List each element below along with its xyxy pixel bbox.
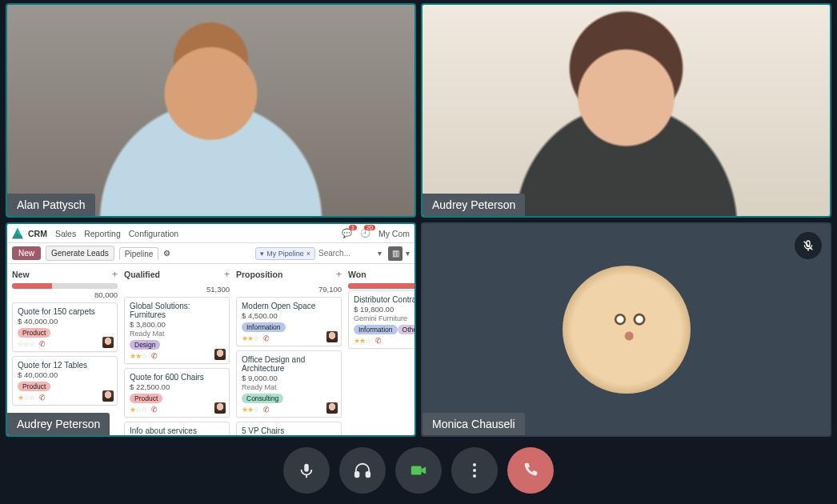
card-title: Info about services	[130, 426, 224, 435]
card-tag: Product	[18, 382, 50, 391]
column-title: New	[12, 270, 30, 279]
svg-rect-5	[355, 472, 359, 477]
card-tag: Other	[398, 325, 414, 334]
gear-icon[interactable]: ⚙	[163, 249, 170, 258]
filter-icon: ▾	[260, 250, 264, 258]
card-owner-avatar	[214, 402, 226, 414]
kanban-column: Won+Distributor Contract$ 19,800.00Gemin…	[348, 269, 414, 430]
card-title: Quote for 12 Tables	[18, 361, 112, 370]
messages-icon[interactable]: 💬1	[342, 228, 352, 238]
more-options-button[interactable]	[451, 447, 498, 494]
card-tag: Product	[130, 394, 162, 403]
camera-button[interactable]	[395, 447, 442, 494]
kanban-card[interactable]: Office Design and Architecture$ 9,000.00…	[236, 350, 342, 418]
card-title: Modern Open Space	[242, 302, 336, 310]
card-title: Office Design and Architecture	[242, 355, 336, 373]
card-priority-stars[interactable]: ★★☆	[354, 337, 370, 345]
card-owner-avatar	[214, 349, 226, 360]
participant-tile-audrey-camera[interactable]: Audrey Peterson	[421, 3, 831, 218]
card-priority-stars[interactable]: ★☆☆	[130, 406, 146, 414]
crm-toolbar: New Generate Leads Pipeline ⚙ ▾ My Pipel…	[7, 243, 414, 264]
crm-brand: CRM	[28, 229, 47, 238]
hangup-button[interactable]	[507, 447, 554, 494]
menu-sales[interactable]: Sales	[55, 229, 76, 238]
kanban-card[interactable]: 5 VP Chairs$ 5,600.00Azure InteriorServi…	[236, 422, 342, 435]
kanban-view-button[interactable]: ▥	[388, 246, 402, 261]
card-priority-stars[interactable]: ★★☆	[242, 406, 258, 414]
kanban-card[interactable]: Quote for 150 carpets$ 40,000.00Product☆…	[12, 302, 118, 352]
mute-button[interactable]	[283, 447, 330, 494]
column-total: 79,100	[236, 285, 342, 294]
svg-rect-3	[304, 464, 309, 472]
card-priority-stars[interactable]: ☆☆☆	[18, 340, 34, 348]
card-subtitle: Ready Mat	[242, 383, 336, 391]
card-owner-avatar	[102, 390, 114, 402]
shared-screen-crm: CRM Sales Reporting Configuration 💬1 🕘20…	[7, 224, 414, 435]
filter-chip[interactable]: ▾ My Pipeline ×	[255, 247, 315, 260]
kanban-column: Proposition+79,100Modern Open Space$ 4,5…	[236, 269, 342, 430]
new-button[interactable]: New	[12, 246, 41, 260]
add-card-button[interactable]: +	[112, 269, 118, 280]
kanban-card[interactable]: Quote for 600 Chairs$ 22,500.00Product★☆…	[124, 368, 230, 418]
search-input[interactable]	[318, 249, 374, 258]
card-amount: $ 4,500.00	[242, 311, 336, 320]
kanban-board: New+80,000Quote for 150 carpets$ 40,000.…	[7, 264, 414, 435]
card-subtitle: Ready Mat	[130, 330, 224, 338]
menu-reporting[interactable]: Reporting	[84, 229, 121, 238]
card-amount: $ 40,000.00	[18, 317, 112, 326]
card-title: Quote for 600 Chairs	[130, 373, 224, 382]
card-tag: Design	[130, 340, 160, 350]
add-card-button[interactable]: +	[336, 269, 342, 280]
add-card-button[interactable]: +	[224, 269, 230, 280]
crm-topbar: CRM Sales Reporting Configuration 💬1 🕘20…	[7, 224, 414, 243]
generate-leads-button[interactable]: Generate Leads	[46, 246, 114, 261]
card-subtitle: Gemini Furniture	[354, 314, 414, 322]
card-title: 5 VP Chairs	[242, 426, 336, 435]
card-owner-avatar	[326, 402, 338, 414]
card-title: Quote for 150 carpets	[18, 307, 112, 316]
participant-tile-screenshare[interactable]: CRM Sales Reporting Configuration 💬1 🕘20…	[6, 222, 416, 437]
breadcrumb[interactable]: Pipeline	[119, 247, 159, 260]
participant-name: Audrey Peterson	[423, 194, 525, 216]
chip-remove-icon[interactable]: ×	[306, 250, 310, 258]
column-title: Qualified	[124, 270, 160, 279]
svg-rect-6	[366, 472, 370, 477]
card-owner-avatar	[102, 337, 114, 348]
card-tag: Product	[18, 328, 50, 338]
menu-configuration[interactable]: Configuration	[129, 229, 178, 238]
participant-tile-alan[interactable]: Alan Pattysch	[6, 3, 416, 218]
kanban-card[interactable]: Global Solutions: Furnitures$ 3,800.00Re…	[124, 297, 230, 364]
column-progress	[348, 283, 414, 289]
kanban-card[interactable]: Info about services$ 25,000.00Deco Addic…	[124, 422, 230, 435]
phone-icon[interactable]: ✆	[151, 352, 158, 360]
card-priority-stars[interactable]: ★☆☆	[18, 394, 34, 402]
phone-icon[interactable]: ✆	[375, 337, 382, 345]
card-priority-stars[interactable]: ★★☆	[242, 334, 258, 342]
svg-rect-7	[411, 466, 422, 475]
column-title: Won	[348, 270, 366, 279]
card-priority-stars[interactable]: ★★☆	[130, 352, 146, 360]
user-menu[interactable]: My Com	[378, 229, 410, 238]
card-title: Global Solutions: Furnitures	[130, 302, 224, 319]
card-amount: $ 40,000.00	[18, 370, 112, 379]
participant-name: Audrey Peterson	[7, 413, 110, 435]
phone-icon[interactable]: ✆	[263, 334, 270, 342]
phone-icon[interactable]: ✆	[263, 406, 270, 414]
card-amount: $ 9,000.00	[242, 374, 336, 382]
card-amount: $ 19,800.00	[354, 305, 414, 314]
column-title: Proposition	[236, 270, 282, 279]
phone-icon[interactable]: ✆	[39, 394, 46, 402]
kanban-card[interactable]: Modern Open Space$ 4,500.00Information★★…	[236, 297, 342, 346]
card-title: Distributor Contract	[354, 295, 414, 304]
activities-icon[interactable]: 🕘20	[360, 228, 370, 238]
view-caret-icon[interactable]: ▾	[406, 249, 410, 258]
kanban-card[interactable]: Distributor Contract$ 19,800.00Gemini Fu…	[348, 290, 414, 349]
kanban-card[interactable]: Quote for 12 Tables$ 40,000.00Product★☆☆…	[12, 356, 118, 406]
card-tag: Consulting	[242, 394, 283, 403]
column-total: 51,300	[124, 285, 230, 294]
phone-icon[interactable]: ✆	[39, 340, 46, 348]
phone-icon[interactable]: ✆	[151, 406, 158, 414]
participant-tile-monica[interactable]: Monica Chauseli	[421, 222, 831, 437]
search-caret-icon[interactable]: ▾	[378, 249, 382, 258]
audio-output-button[interactable]	[339, 447, 386, 494]
